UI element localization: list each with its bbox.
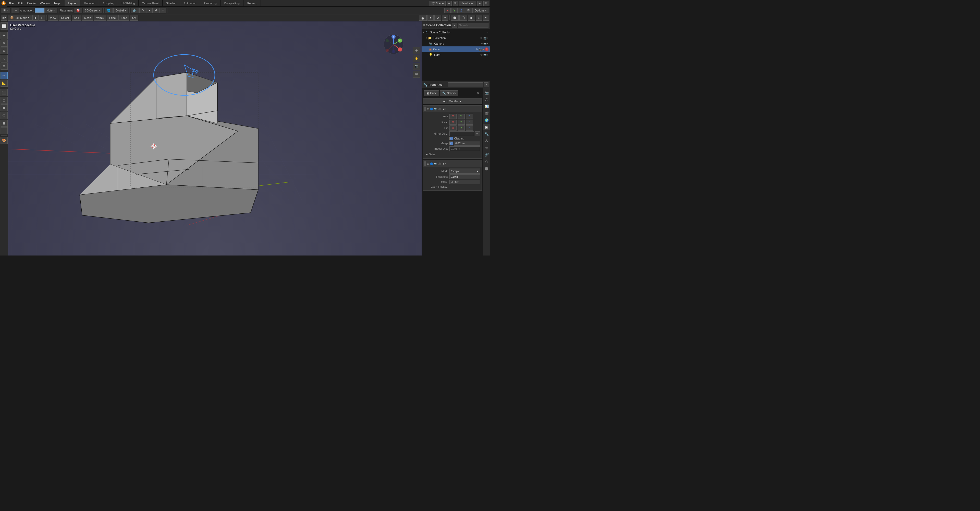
loop-cut-tool[interactable]: ⬟: [0, 120, 8, 127]
viewport-shading-wire[interactable]: □: [39, 15, 45, 21]
paint-tool[interactable]: 🎨: [0, 136, 8, 144]
light-sel-icon[interactable]: ○: [487, 54, 488, 56]
merge-checkbox[interactable]: ✓: [449, 141, 453, 145]
solidify-type-icon[interactable]: 🔵: [430, 162, 433, 165]
mode-dropdown[interactable]: 📦 Edit Mode ▾: [8, 15, 32, 21]
view-layer-view-btn[interactable]: 👁: [484, 1, 488, 6]
solidify-render-icon[interactable]: 📷: [434, 162, 437, 165]
modifier-type-icon[interactable]: 🔵: [430, 108, 433, 110]
edge-menu-btn[interactable]: Edge: [107, 15, 118, 21]
shade-wire-btn[interactable]: ◯: [460, 15, 467, 21]
menu-help[interactable]: Help: [52, 0, 62, 6]
viewport-shading-dropdown[interactable]: ▾: [428, 15, 434, 21]
viewport-shading-solid[interactable]: ■: [32, 15, 39, 21]
outliner-light[interactable]: 💡 Light 👁 📷 ○: [422, 52, 490, 58]
annotation-color-swatch[interactable]: [35, 8, 44, 13]
flip-x-btn[interactable]: X: [449, 125, 457, 130]
annotate-tool[interactable]: ✏: [0, 72, 8, 79]
axis-local-btn[interactable]: ⊟: [465, 8, 472, 13]
proportional-dropdown-btn[interactable]: ▾: [160, 8, 166, 13]
collection-eye-icon[interactable]: 👁: [480, 37, 483, 40]
solidify-toggle[interactable]: ▾: [443, 162, 444, 165]
props-search-input[interactable]: [448, 83, 484, 87]
global-dropdown-btn[interactable]: Global ▾: [113, 8, 128, 13]
modifier-filter-icon[interactable]: ⊟: [427, 108, 429, 110]
viewport-gizmo[interactable]: Z Y X: [383, 34, 404, 55]
render-props-btn[interactable]: 📷: [484, 89, 490, 96]
output-props-btn[interactable]: 🖨: [484, 96, 490, 103]
solidify-drag-handle[interactable]: [425, 162, 426, 166]
cube-red-dot[interactable]: ✕: [485, 48, 488, 51]
merge-value[interactable]: 0.001 m: [454, 141, 480, 146]
data-section[interactable]: ▶ Data: [425, 152, 480, 157]
scene-props-btn[interactable]: 🎬: [484, 110, 490, 116]
tab-sculpting[interactable]: Sculpting: [99, 0, 118, 6]
world-props-btn[interactable]: 🌍: [484, 117, 490, 124]
add-cube-tool[interactable]: ⬛: [0, 89, 8, 96]
toggle1[interactable]: ▾: [443, 108, 444, 110]
add-menu-btn[interactable]: Add: [72, 15, 81, 21]
offset-input[interactable]: -1.0000: [449, 180, 480, 184]
active-tool-icon[interactable]: ✏: [13, 8, 19, 13]
view-menu-btn[interactable]: View: [48, 15, 59, 21]
axis-y-btn[interactable]: Y: [458, 114, 465, 119]
inset-tool[interactable]: ⬢: [0, 104, 8, 111]
scene-view-btn[interactable]: 👁: [453, 1, 458, 6]
camera-cam-icon[interactable]: 📷: [484, 42, 487, 45]
proportional-btn[interactable]: ⊚: [153, 8, 160, 13]
menu-render[interactable]: Render: [25, 0, 38, 6]
select-box-tool[interactable]: ⬜: [0, 22, 8, 30]
uv-menu-btn[interactable]: UV: [130, 15, 138, 21]
cube-sel-icon[interactable]: ●: [483, 48, 484, 51]
viewport[interactable]: User Perspective (2) Cube Z Y X: [8, 21, 422, 256]
physics-props-btn[interactable]: ⊛: [484, 144, 490, 151]
bisect-x-btn[interactable]: X: [449, 120, 457, 125]
snap-btn[interactable]: ⊙: [139, 8, 146, 13]
props-close-btn[interactable]: ✕: [476, 91, 480, 95]
mode-dropdown-btn[interactable]: Simple ▾: [449, 168, 480, 174]
bisect-z-btn[interactable]: Z: [466, 120, 473, 125]
placement-icon-btn[interactable]: 🎯: [74, 8, 82, 13]
camera-sel-icon[interactable]: ●: [487, 42, 488, 45]
eye-icon[interactable]: 👁: [486, 31, 488, 34]
mirror-obj-field[interactable]: [449, 131, 474, 136]
scale-tool[interactable]: ⤡: [0, 55, 8, 62]
tab-rendering[interactable]: Rendering: [200, 0, 221, 6]
shade-solid-btn[interactable]: ⬤: [451, 15, 458, 21]
mirror-obj-edit-btn[interactable]: ✏: [475, 131, 480, 136]
bisect-dist-value[interactable]: 0.001 m: [449, 146, 480, 151]
cursor-tool[interactable]: ✛: [0, 32, 8, 39]
extrude-tool[interactable]: ⬡: [0, 97, 8, 104]
collection-cam-icon[interactable]: 📷: [484, 37, 487, 40]
object-props-btn[interactable]: ▣: [484, 124, 490, 130]
tab-animation[interactable]: Animation: [180, 0, 200, 6]
toggle-x[interactable]: ✕: [444, 108, 446, 110]
clipping-checkbox[interactable]: ✓: [449, 136, 453, 140]
global-icon-btn[interactable]: 🌐: [105, 8, 113, 13]
x-axis-btn[interactable]: X: [444, 8, 451, 13]
bisect-y-btn[interactable]: Y: [458, 120, 465, 125]
particles-props-btn[interactable]: ⁂: [484, 137, 490, 144]
zoom-to-fit-btn[interactable]: ⊕: [413, 47, 420, 54]
tab-compositing[interactable]: Compositing: [221, 0, 243, 6]
knife-tool[interactable]: ⬞: [0, 127, 8, 134]
camera-btn[interactable]: 📷: [413, 63, 420, 70]
view-layer-expand-btn[interactable]: +: [477, 1, 482, 6]
menu-file[interactable]: File: [7, 0, 16, 6]
modifier-drag-handle[interactable]: [425, 106, 426, 111]
rotate-tool[interactable]: ↻: [0, 47, 8, 54]
flip-y-btn[interactable]: Y: [458, 125, 465, 130]
tab-geometry[interactable]: Geom...: [243, 0, 261, 6]
constraints-props-btn[interactable]: 🔗: [484, 151, 490, 158]
outliner-collection[interactable]: ▾ 📁 Collection 👁 📷 ○: [422, 35, 490, 41]
shade-material-btn[interactable]: ◑: [468, 15, 475, 21]
tab-modeling[interactable]: Modeling: [80, 0, 99, 6]
overlay-btn[interactable]: ⊙: [434, 15, 441, 21]
menu-window[interactable]: Window: [38, 0, 52, 6]
outliner-filter-btn[interactable]: ▾: [452, 23, 457, 28]
view-layer-selector[interactable]: View Layer: [459, 1, 476, 6]
solidify-close[interactable]: ✕: [444, 162, 446, 165]
link-icon-btn[interactable]: 🔗: [130, 8, 139, 13]
add-modifier-btn[interactable]: Add Modifier ▾: [423, 98, 482, 104]
modifier-render-icon[interactable]: 📷: [434, 108, 437, 110]
